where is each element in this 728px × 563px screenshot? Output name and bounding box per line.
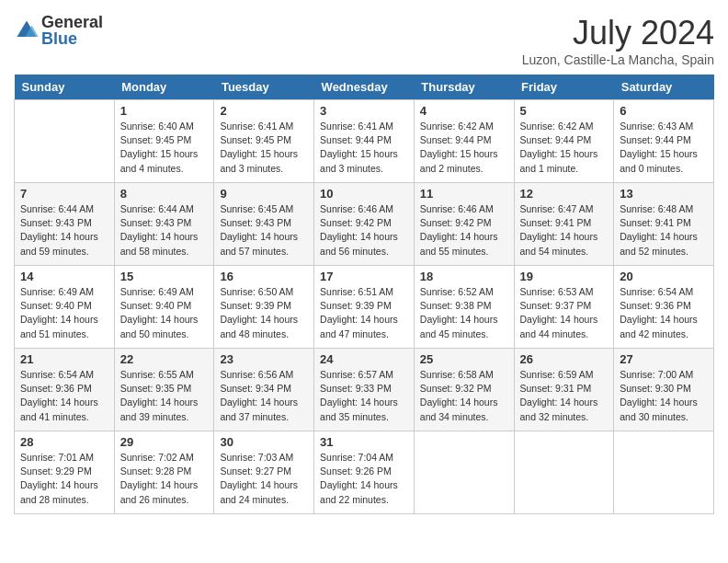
logo-general: General xyxy=(41,14,103,30)
day-number: 10 xyxy=(320,187,408,201)
day-detail: Sunrise: 6:46 AMSunset: 9:42 PMDaylight:… xyxy=(420,202,508,259)
day-detail: Sunrise: 6:54 AMSunset: 9:36 PMDaylight:… xyxy=(20,368,108,424)
calendar-day-15: 15Sunrise: 6:49 AMSunset: 9:40 PMDayligh… xyxy=(114,266,214,349)
day-number: 28 xyxy=(20,435,108,449)
day-detail: Sunrise: 6:47 AMSunset: 9:41 PMDaylight:… xyxy=(520,202,609,259)
calendar-day-6: 6Sunrise: 6:43 AMSunset: 9:44 PMDaylight… xyxy=(614,100,714,183)
day-detail: Sunrise: 7:00 AMSunset: 9:30 PMDaylight:… xyxy=(620,368,708,424)
day-detail: Sunrise: 6:40 AMSunset: 9:45 PMDaylight:… xyxy=(120,120,209,176)
calendar-day-23: 23Sunrise: 6:56 AMSunset: 9:34 PMDayligh… xyxy=(214,349,314,431)
calendar-day-8: 8Sunrise: 6:44 AMSunset: 9:43 PMDaylight… xyxy=(114,183,214,266)
day-detail: Sunrise: 6:52 AMSunset: 9:38 PMDaylight:… xyxy=(420,285,508,341)
title-area: July 2024 Luzon, Castille-La Mancha, Spa… xyxy=(522,14,714,67)
day-number: 23 xyxy=(220,352,308,366)
day-number: 13 xyxy=(620,187,708,201)
day-detail: Sunrise: 6:56 AMSunset: 9:34 PMDaylight:… xyxy=(220,368,308,424)
day-number: 31 xyxy=(320,435,408,449)
day-detail: Sunrise: 6:58 AMSunset: 9:32 PMDaylight:… xyxy=(420,368,508,424)
calendar-empty-cell xyxy=(15,100,115,183)
page-header: General Blue July 2024 Luzon, Castille-L… xyxy=(14,14,714,67)
day-detail: Sunrise: 7:01 AMSunset: 9:29 PMDaylight:… xyxy=(20,451,108,507)
calendar-day-21: 21Sunrise: 6:54 AMSunset: 9:36 PMDayligh… xyxy=(15,349,115,431)
calendar-empty-cell xyxy=(514,431,614,514)
calendar-day-18: 18Sunrise: 6:52 AMSunset: 9:38 PMDayligh… xyxy=(414,266,514,349)
day-number: 27 xyxy=(620,352,708,366)
day-detail: Sunrise: 6:50 AMSunset: 9:39 PMDaylight:… xyxy=(220,285,308,341)
calendar-day-2: 2Sunrise: 6:41 AMSunset: 9:45 PMDaylight… xyxy=(214,100,314,183)
day-number: 2 xyxy=(220,104,308,118)
calendar-empty-cell xyxy=(614,431,714,514)
day-detail: Sunrise: 6:45 AMSunset: 9:43 PMDaylight:… xyxy=(220,202,308,259)
calendar-day-3: 3Sunrise: 6:41 AMSunset: 9:44 PMDaylight… xyxy=(314,100,415,183)
day-number: 12 xyxy=(520,187,609,201)
calendar-table: SundayMondayTuesdayWednesdayThursdayFrid… xyxy=(14,75,714,514)
calendar-header-wednesday: Wednesday xyxy=(314,75,415,100)
calendar-day-26: 26Sunrise: 6:59 AMSunset: 9:31 PMDayligh… xyxy=(514,349,614,431)
calendar-day-19: 19Sunrise: 6:53 AMSunset: 9:37 PMDayligh… xyxy=(514,266,614,349)
calendar-week-5: 28Sunrise: 7:01 AMSunset: 9:29 PMDayligh… xyxy=(15,431,714,514)
day-detail: Sunrise: 7:02 AMSunset: 9:28 PMDaylight:… xyxy=(120,451,209,507)
day-number: 24 xyxy=(320,352,408,366)
day-detail: Sunrise: 6:41 AMSunset: 9:45 PMDaylight:… xyxy=(220,120,308,176)
day-detail: Sunrise: 6:57 AMSunset: 9:33 PMDaylight:… xyxy=(320,368,408,424)
day-detail: Sunrise: 6:42 AMSunset: 9:44 PMDaylight:… xyxy=(520,120,609,176)
calendar-day-27: 27Sunrise: 7:00 AMSunset: 9:30 PMDayligh… xyxy=(614,349,714,431)
calendar-day-24: 24Sunrise: 6:57 AMSunset: 9:33 PMDayligh… xyxy=(314,349,415,431)
calendar-day-9: 9Sunrise: 6:45 AMSunset: 9:43 PMDaylight… xyxy=(214,183,314,266)
calendar-header-friday: Friday xyxy=(514,75,614,100)
day-number: 19 xyxy=(520,270,609,283)
day-number: 18 xyxy=(420,270,508,283)
day-detail: Sunrise: 6:46 AMSunset: 9:42 PMDaylight:… xyxy=(320,202,408,259)
day-number: 14 xyxy=(20,270,108,283)
calendar-header-row: SundayMondayTuesdayWednesdayThursdayFrid… xyxy=(15,75,714,100)
day-detail: Sunrise: 6:43 AMSunset: 9:44 PMDaylight:… xyxy=(620,120,708,176)
day-detail: Sunrise: 6:44 AMSunset: 9:43 PMDaylight:… xyxy=(20,202,108,259)
calendar-day-29: 29Sunrise: 7:02 AMSunset: 9:28 PMDayligh… xyxy=(114,431,214,514)
calendar-week-3: 14Sunrise: 6:49 AMSunset: 9:40 PMDayligh… xyxy=(15,266,714,349)
day-number: 29 xyxy=(120,435,209,449)
logo-blue: Blue xyxy=(41,30,103,47)
calendar-day-4: 4Sunrise: 6:42 AMSunset: 9:44 PMDaylight… xyxy=(414,100,514,183)
calendar-day-20: 20Sunrise: 6:54 AMSunset: 9:36 PMDayligh… xyxy=(614,266,714,349)
day-detail: Sunrise: 6:48 AMSunset: 9:41 PMDaylight:… xyxy=(620,202,708,259)
logo: General Blue xyxy=(14,14,103,47)
calendar-day-31: 31Sunrise: 7:04 AMSunset: 9:26 PMDayligh… xyxy=(314,431,415,514)
calendar-day-22: 22Sunrise: 6:55 AMSunset: 9:35 PMDayligh… xyxy=(114,349,214,431)
calendar-week-2: 7Sunrise: 6:44 AMSunset: 9:43 PMDaylight… xyxy=(15,183,714,266)
calendar-day-16: 16Sunrise: 6:50 AMSunset: 9:39 PMDayligh… xyxy=(214,266,314,349)
calendar-day-7: 7Sunrise: 6:44 AMSunset: 9:43 PMDaylight… xyxy=(15,183,115,266)
calendar-day-14: 14Sunrise: 6:49 AMSunset: 9:40 PMDayligh… xyxy=(15,266,115,349)
calendar-week-4: 21Sunrise: 6:54 AMSunset: 9:36 PMDayligh… xyxy=(15,349,714,431)
day-number: 30 xyxy=(220,435,308,449)
day-detail: Sunrise: 6:53 AMSunset: 9:37 PMDaylight:… xyxy=(520,285,609,341)
day-detail: Sunrise: 7:03 AMSunset: 9:27 PMDaylight:… xyxy=(220,451,308,507)
day-number: 6 xyxy=(620,104,708,118)
day-detail: Sunrise: 7:04 AMSunset: 9:26 PMDaylight:… xyxy=(320,451,408,507)
day-detail: Sunrise: 6:54 AMSunset: 9:36 PMDaylight:… xyxy=(620,285,708,341)
day-number: 20 xyxy=(620,270,708,283)
calendar-day-30: 30Sunrise: 7:03 AMSunset: 9:27 PMDayligh… xyxy=(214,431,314,514)
day-number: 11 xyxy=(420,187,508,201)
calendar-week-1: 1Sunrise: 6:40 AMSunset: 9:45 PMDaylight… xyxy=(15,100,714,183)
calendar-header-tuesday: Tuesday xyxy=(214,75,314,100)
calendar-day-10: 10Sunrise: 6:46 AMSunset: 9:42 PMDayligh… xyxy=(314,183,415,266)
calendar-header-monday: Monday xyxy=(114,75,214,100)
day-number: 5 xyxy=(520,104,609,118)
day-number: 7 xyxy=(20,187,108,201)
calendar-day-25: 25Sunrise: 6:58 AMSunset: 9:32 PMDayligh… xyxy=(414,349,514,431)
day-number: 3 xyxy=(320,104,408,118)
day-detail: Sunrise: 6:42 AMSunset: 9:44 PMDaylight:… xyxy=(420,120,508,176)
calendar-header-saturday: Saturday xyxy=(614,75,714,100)
calendar-day-1: 1Sunrise: 6:40 AMSunset: 9:45 PMDaylight… xyxy=(114,100,214,183)
day-number: 15 xyxy=(120,270,209,283)
day-detail: Sunrise: 6:44 AMSunset: 9:43 PMDaylight:… xyxy=(120,202,209,259)
logo-icon xyxy=(14,17,40,43)
calendar-header-thursday: Thursday xyxy=(414,75,514,100)
day-number: 16 xyxy=(220,270,308,283)
calendar-day-5: 5Sunrise: 6:42 AMSunset: 9:44 PMDaylight… xyxy=(514,100,614,183)
day-number: 26 xyxy=(520,352,609,366)
day-detail: Sunrise: 6:41 AMSunset: 9:44 PMDaylight:… xyxy=(320,120,408,176)
day-number: 8 xyxy=(120,187,209,201)
day-detail: Sunrise: 6:49 AMSunset: 9:40 PMDaylight:… xyxy=(20,285,108,341)
calendar-day-11: 11Sunrise: 6:46 AMSunset: 9:42 PMDayligh… xyxy=(414,183,514,266)
